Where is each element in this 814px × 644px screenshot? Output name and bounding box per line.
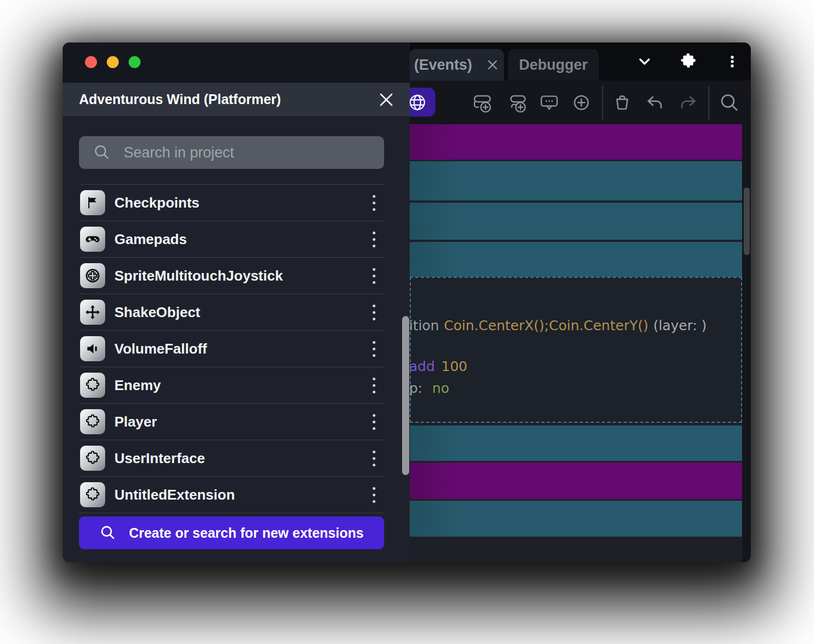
add-event-icon[interactable] (470, 90, 495, 116)
puzzle-icon (80, 446, 105, 471)
project-search-box[interactable] (79, 136, 384, 169)
list-item-label: ShakeObject (114, 304, 365, 321)
add-subevent-icon[interactable] (505, 90, 530, 116)
list-item-label: Gamepads (114, 231, 365, 248)
kebab-menu-icon[interactable] (365, 300, 383, 324)
list-item-label: VolumeFalloff (114, 341, 365, 357)
add-comment-icon[interactable] (537, 90, 562, 116)
project-title: Adventurous Wind (Platformer) (79, 92, 281, 107)
event-row[interactable] (410, 242, 742, 277)
gamepad-icon (80, 227, 105, 252)
kebab-menu-icon[interactable] (718, 47, 747, 76)
code-expression: Coin.CenterX();Coin.CenterY() (444, 318, 648, 333)
create-extension-label: Create or search for new extensions (129, 525, 364, 541)
kebab-menu-icon[interactable] (365, 446, 383, 470)
kebab-menu-icon[interactable] (365, 410, 383, 434)
zoom-traffic-light[interactable] (129, 56, 141, 68)
search-icon (93, 144, 111, 161)
code-text: ition (409, 318, 439, 333)
minimize-traffic-light[interactable] (107, 56, 119, 68)
kebab-menu-icon[interactable] (365, 373, 383, 397)
kebab-menu-icon[interactable] (365, 191, 383, 215)
code-text: p: (409, 380, 422, 396)
code-value: 100 (441, 359, 467, 374)
kebab-menu-icon[interactable] (365, 337, 383, 361)
list-item-userinterface[interactable]: UserInterface (79, 440, 384, 476)
list-item-label: Enemy (114, 377, 365, 394)
window-titlebar[interactable] (63, 42, 410, 83)
kebab-menu-icon[interactable] (365, 227, 383, 251)
code-value: no (432, 380, 449, 396)
code-keyword: add (409, 359, 435, 374)
list-item-label: UserInterface (114, 450, 365, 467)
list-item-checkpoints[interactable]: Checkpoints (79, 184, 384, 221)
list-item-untitledextension[interactable]: UntitledExtension (79, 476, 384, 513)
list-item-label: UntitledExtension (114, 487, 365, 503)
puzzle-icon (80, 482, 105, 507)
flag-icon (80, 190, 105, 215)
list-item-label: Player (114, 414, 365, 430)
event-action-line: itionCoin.CenterX();Coin.CenterY()(layer… (409, 318, 707, 333)
event-row[interactable] (410, 203, 742, 240)
list-item-gamepads[interactable]: Gamepads (79, 221, 384, 257)
code-text: (layer: ) (653, 318, 707, 333)
extensions-list: Checkpoints Gamepads (79, 184, 384, 513)
list-item-volumefalloff[interactable]: VolumeFalloff (79, 330, 384, 367)
kebab-menu-icon[interactable] (365, 264, 383, 288)
speaker-icon (80, 336, 105, 361)
events-sheet: itionCoin.CenterX();Coin.CenterY()(layer… (410, 124, 751, 562)
search-icon (100, 525, 116, 541)
event-action-line: p:no (409, 380, 449, 396)
tab-events[interactable]: (Events) (410, 49, 504, 81)
trash-icon[interactable] (610, 90, 635, 116)
puzzle-icon (80, 373, 105, 398)
joystick-icon (80, 263, 105, 288)
move-arrows-icon (80, 300, 105, 325)
list-item-enemy[interactable]: Enemy (79, 367, 384, 403)
list-item-label: SpriteMultitouchJoystick (114, 268, 365, 284)
tab-debugger-label: Debugger (519, 57, 587, 74)
list-item-label: Checkpoints (114, 195, 365, 211)
search-input[interactable] (123, 144, 375, 162)
events-scrollbar-track[interactable] (742, 124, 751, 562)
event-action-line: add100 (409, 359, 467, 374)
list-item-shakeobject[interactable]: ShakeObject (79, 294, 384, 330)
tab-events-label: (Events) (414, 57, 472, 74)
toolbar-separator (708, 86, 709, 120)
event-row[interactable] (410, 161, 742, 201)
toolbar-separator (602, 86, 603, 120)
add-circle-icon[interactable] (569, 90, 594, 116)
panel-header: Adventurous Wind (Platformer) (63, 83, 410, 116)
redo-icon[interactable] (675, 90, 700, 116)
globe-icon (407, 92, 428, 113)
list-item-player[interactable]: Player (79, 403, 384, 440)
search-icon[interactable] (716, 90, 742, 116)
puzzle-icon (80, 409, 105, 434)
project-manager-panel: Adventurous Wind (Platformer) Checkpoint… (63, 42, 410, 562)
undo-icon[interactable] (643, 90, 668, 116)
extensions-puzzle-icon[interactable] (673, 47, 703, 76)
list-item-joystick[interactable]: SpriteMultitouchJoystick (79, 257, 384, 294)
app-window: (Events) Debugger (63, 42, 751, 562)
create-extension-button[interactable]: Create or search for new extensions (79, 517, 384, 549)
events-scrollbar-thumb[interactable] (744, 187, 750, 255)
chevron-down-icon[interactable] (630, 47, 659, 76)
panel-close-icon[interactable] (376, 89, 397, 110)
event-row[interactable] (410, 501, 742, 537)
event-row[interactable] (410, 426, 742, 461)
tab-close-icon[interactable] (484, 57, 501, 73)
tab-debugger[interactable]: Debugger (508, 49, 599, 81)
close-traffic-light[interactable] (85, 56, 97, 68)
panel-scrollbar-thumb[interactable] (402, 316, 409, 475)
selected-event[interactable]: itionCoin.CenterX();Coin.CenterY()(layer… (410, 277, 742, 423)
event-row[interactable] (410, 124, 742, 160)
kebab-menu-icon[interactable] (365, 483, 383, 507)
event-row[interactable] (410, 463, 742, 499)
